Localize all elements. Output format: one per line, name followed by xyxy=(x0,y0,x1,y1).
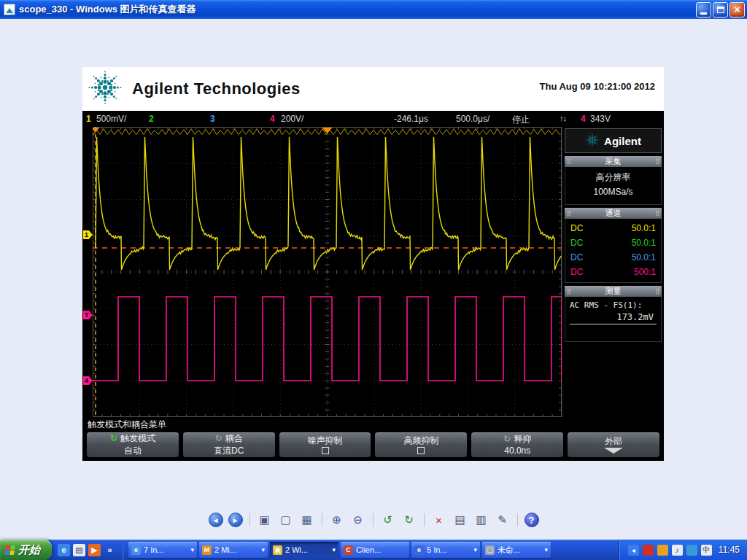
chevron-down-icon: ▾ xyxy=(544,546,548,553)
softkey-holdoff: ↻释抑 40.0ns xyxy=(471,432,563,457)
taskbar-button-windows-viewer-group[interactable]: ▣2 Wi...▾ xyxy=(270,542,338,558)
measurement-section-header: 测量 xyxy=(565,286,662,297)
picture-viewer-icon xyxy=(4,4,15,15)
task-label: Clien... xyxy=(356,545,406,554)
task-label: 5 In... xyxy=(427,545,471,554)
microsoft-group-icon: M xyxy=(202,545,212,555)
windows-viewer-group-icon: ▣ xyxy=(273,545,282,555)
taskbar-clock[interactable]: 11:45 xyxy=(719,545,740,555)
taskbar-button-internet-explorer-group[interactable]: e7 In...▾ xyxy=(128,542,197,558)
ch4-scale-readout: 200V/ xyxy=(281,114,303,124)
antivirus-tray-icon[interactable] xyxy=(643,545,654,556)
channels-section-header: 通道 xyxy=(565,208,662,219)
channel-2-row: DC50.0:1 xyxy=(565,236,661,250)
next-image-button[interactable]: ► xyxy=(228,513,243,527)
agilent-brand-text: Agilent Technologies xyxy=(132,79,301,98)
task-label: 2 Wi... xyxy=(285,545,329,554)
waveform-display xyxy=(93,127,562,417)
task-label: 7 In... xyxy=(144,545,187,554)
toolbar-separator xyxy=(322,513,322,526)
print-button[interactable]: ▤ xyxy=(452,512,468,528)
sidebar-brand-text: Agilent xyxy=(604,135,641,147)
delete-button[interactable]: × xyxy=(431,512,447,528)
hf-reject-checkbox xyxy=(417,447,425,454)
softkey-noise-reject: 噪声抑制 xyxy=(279,432,371,457)
acquisition-info-box: 高分辨率 100MSa/s xyxy=(565,167,662,205)
noise-reject-checkbox xyxy=(322,447,329,454)
softkey-external: 外部 xyxy=(568,432,659,457)
rotate-counterclockwise-button[interactable]: ↺ xyxy=(380,512,396,528)
help-button[interactable]: ? xyxy=(525,513,539,527)
taskbar-button-untitled-group[interactable]: ▢未命...▾ xyxy=(482,542,551,558)
toolbar-separator xyxy=(249,513,250,526)
task-label: 未命... xyxy=(498,545,541,556)
chevron-down-icon: ▾ xyxy=(261,546,265,553)
maximize-button[interactable] xyxy=(713,2,728,18)
scope-datetime: Thu Aug 09 10:21:00 2012 xyxy=(540,81,655,92)
show-desktop-icon[interactable]: ▤ xyxy=(73,544,85,556)
slideshow-button[interactable]: ▦ xyxy=(299,512,315,528)
trigger-level-marker: T xyxy=(83,311,93,319)
softkey-trigger-mode: ↻触发模式 自动 xyxy=(87,432,179,457)
ime-tray-icon[interactable]: 中 xyxy=(701,545,712,556)
start-button-label: 开始 xyxy=(18,543,40,557)
acquisition-section-header: 采集 xyxy=(565,156,662,167)
acquisition-mode: 高分辨率 xyxy=(565,171,661,184)
close-button[interactable]: × xyxy=(729,2,745,18)
chevron-down-icon: ▾ xyxy=(190,546,194,553)
agilent-spark-icon xyxy=(585,133,600,149)
waveform-svg xyxy=(93,127,562,417)
trigger-level-readout: 343V xyxy=(590,114,611,124)
zoom-out-button[interactable]: ⊖ xyxy=(350,512,366,528)
scope-status-bar: 1 500mV/ 2 3 4 200V/ -246.1μs 500.0μs/ 停… xyxy=(82,111,664,127)
internet-explorer-group-icon: e xyxy=(131,545,141,555)
oscilloscope-screenshot-image: Agilent Technologies Thu Aug 09 10:21:00… xyxy=(82,67,664,461)
chevron-down-icon: ▾ xyxy=(332,546,336,553)
save-button[interactable]: ▥ xyxy=(473,512,489,528)
ch2-number: 2 xyxy=(149,114,154,124)
toolbar-separator xyxy=(424,513,425,526)
ch3-number: 3 xyxy=(210,114,215,124)
taskbar-button-internet-group-2[interactable]: e5 In...▾ xyxy=(411,542,480,558)
ch1-number: 1 xyxy=(86,114,91,124)
scope-graticule-area: 1 T 4 Agilent 采集 高分辨率 100MSa/s 通道 xyxy=(82,127,664,417)
update-tray-icon[interactable] xyxy=(657,545,668,556)
ch1-scale-readout: 500mV/ xyxy=(96,114,126,124)
taskbar-button-microsoft-group[interactable]: M2 Mi...▾ xyxy=(199,542,268,558)
hide-inactive-icons-chevron[interactable]: ◂ xyxy=(628,545,639,556)
cycle-icon: ↻ xyxy=(215,434,222,443)
start-button[interactable]: 开始 xyxy=(0,540,52,560)
untitled-group-icon: ▢ xyxy=(485,545,495,555)
softkey-coupling: ↻耦合 直流DC xyxy=(183,432,275,457)
minimize-button[interactable] xyxy=(696,2,711,18)
measurement-info-box: AC RMS - FS(1): 173.2mV xyxy=(565,297,662,342)
scope-sidebar: Agilent 采集 高分辨率 100MSa/s 通道 DC50.0:1 DC5… xyxy=(562,127,664,417)
network-tray-icon[interactable] xyxy=(686,545,697,556)
internet-explorer-icon[interactable]: e xyxy=(58,544,70,556)
ch1-ground-marker: 1 xyxy=(83,230,93,239)
viewer-toolbar: ◄►▣▢▦⊕⊖↺↻×▤▥✎? xyxy=(0,512,747,528)
cycle-icon: ↻ xyxy=(110,434,117,443)
best-fit-button[interactable]: ▣ xyxy=(257,512,273,528)
windows-flag-icon xyxy=(4,545,15,555)
task-label: 2 Mi... xyxy=(214,545,258,554)
media-player-icon[interactable]: ▶ xyxy=(88,544,101,556)
previous-image-button[interactable]: ◄ xyxy=(209,513,223,527)
zoom-in-button[interactable]: ⊕ xyxy=(329,512,345,528)
taskbar-button-client-app[interactable]: CClien... xyxy=(341,542,409,558)
timebase-readout: 500.0μs/ xyxy=(456,114,489,124)
quick-launch-overflow-chevron[interactable]: » xyxy=(104,544,116,556)
rotate-clockwise-button[interactable]: ↻ xyxy=(401,512,417,528)
client-app-icon: C xyxy=(344,545,353,555)
taskbar: 开始 e▤▶» e7 In...▾M2 Mi...▾▣2 Wi...▾CClie… xyxy=(0,540,747,560)
down-arrow-icon xyxy=(604,448,623,454)
actual-size-button[interactable]: ▢ xyxy=(278,512,294,528)
volume-tray-icon[interactable]: ♪ xyxy=(672,545,683,556)
quick-launch-bar: e▤▶» xyxy=(52,540,123,560)
viewer-content-area: Agilent Technologies Thu Aug 09 10:21:00… xyxy=(0,19,747,540)
softkey-menu-label: 触发模式和耦合菜单 xyxy=(82,417,664,432)
sample-rate: 100MSa/s xyxy=(565,187,661,197)
edit-button[interactable]: ✎ xyxy=(495,512,511,528)
agilent-logo-icon xyxy=(88,71,122,107)
channel-1-row: DC50.0:1 xyxy=(565,221,661,236)
